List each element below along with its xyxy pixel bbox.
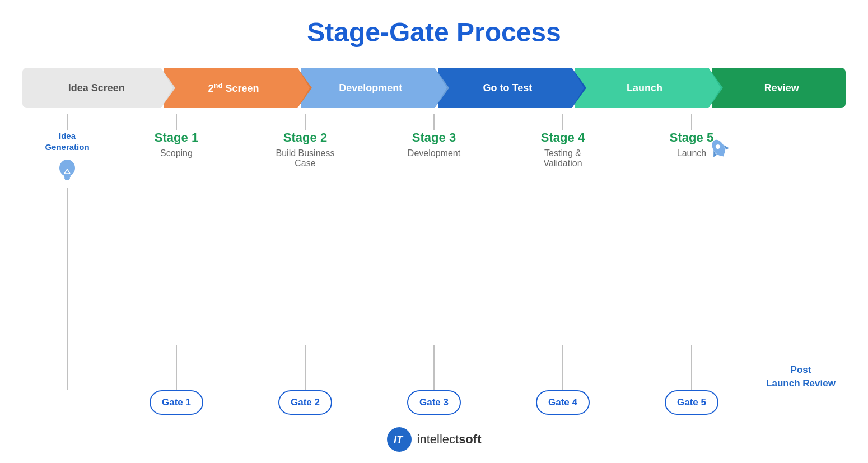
arrow-label-launch: Launch [627, 82, 662, 94]
svg-rect-3 [65, 179, 69, 180]
stage4-label: Stage 4 [541, 130, 585, 145]
stage4-sub: Testing &Validation [543, 148, 582, 169]
brand-name: intellectsoft [417, 432, 482, 447]
post-launch-label: PostLaunch Review [766, 363, 836, 390]
idea-generation-label: IdeaGeneration [45, 130, 89, 152]
arrow-idea-screen: Idea Screen [22, 68, 161, 108]
gate4-button[interactable]: Gate 4 [536, 390, 590, 415]
stage5-sub: Launch [677, 148, 707, 158]
gate2-button[interactable]: Gate 2 [278, 390, 332, 415]
gate5-button[interactable]: Gate 5 [665, 390, 718, 415]
bulb-icon [57, 157, 78, 186]
stage1-sub: Scoping [160, 148, 193, 158]
gate3-button[interactable]: Gate 3 [407, 390, 461, 415]
arrow-label-development: Development [339, 82, 402, 94]
arrow-2nd-screen: 2nd Screen [164, 68, 298, 108]
arrow-development: Development [301, 68, 435, 108]
brand-logo: IT [387, 427, 412, 452]
stage3-label: Stage 3 [412, 130, 456, 145]
stage2-sub: Build BusinessCase [276, 148, 335, 169]
arrow-review: Review [712, 68, 846, 108]
svg-text:IT: IT [394, 434, 404, 446]
stage3-sub: Development [408, 148, 460, 158]
arrow-go-to-test: Go to Test [438, 68, 572, 108]
arrow-label-review: Review [764, 82, 799, 94]
stage1-label: Stage 1 [155, 130, 198, 145]
arrow-row: Idea Screen 2nd Screen Development Go to… [22, 68, 846, 108]
arrow-label-2nd-screen: 2nd Screen [208, 81, 259, 95]
brand-logo-icon: IT [392, 432, 407, 447]
brand-footer: IT intellectsoft [387, 427, 482, 452]
gate1-button[interactable]: Gate 1 [150, 390, 203, 415]
page-title: Stage-Gate Process [307, 17, 561, 48]
stage2-label: Stage 2 [283, 130, 327, 145]
arrow-label-idea-screen: Idea Screen [68, 82, 125, 94]
arrow-launch: Launch [575, 68, 709, 108]
arrow-label-go-to-test: Go to Test [483, 82, 533, 94]
rocket-icon [706, 136, 735, 167]
